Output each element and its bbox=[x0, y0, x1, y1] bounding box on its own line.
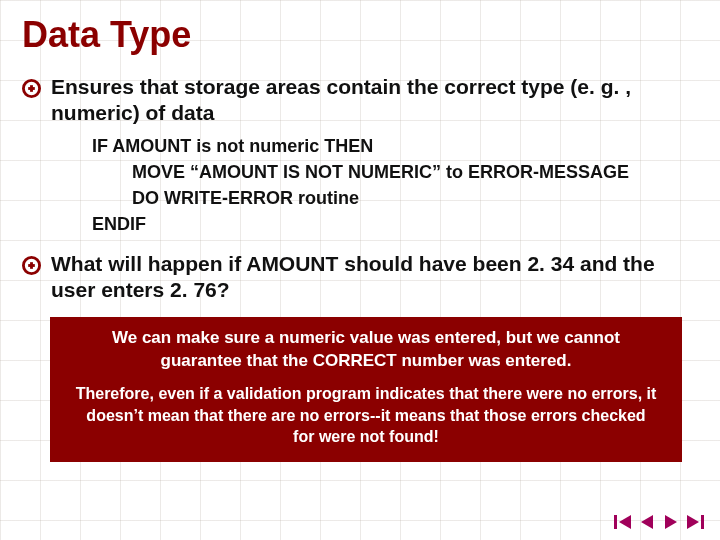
callout-paragraph: Therefore, even if a validation program … bbox=[74, 383, 658, 448]
svg-marker-10 bbox=[687, 515, 699, 529]
slide-nav bbox=[612, 512, 706, 532]
code-line: DO WRITE-ERROR routine bbox=[92, 185, 700, 211]
nav-last-button[interactable] bbox=[684, 512, 706, 532]
nav-first-button[interactable] bbox=[612, 512, 634, 532]
pseudocode-block: IF AMOUNT is not numeric THEN MOVE “AMOU… bbox=[92, 133, 700, 237]
svg-rect-11 bbox=[701, 515, 704, 529]
bullet-item: Ensures that storage areas contain the c… bbox=[22, 74, 700, 127]
svg-marker-8 bbox=[641, 515, 653, 529]
callout-paragraph: We can make sure a numeric value was ent… bbox=[74, 327, 658, 373]
svg-rect-6 bbox=[614, 515, 617, 529]
bullet-text: Ensures that storage areas contain the c… bbox=[51, 74, 700, 127]
bullet-item: What will happen if AMOUNT should have b… bbox=[22, 251, 700, 304]
callout-box: We can make sure a numeric value was ent… bbox=[50, 317, 682, 462]
slide: Data Type Ensures that storage areas con… bbox=[0, 0, 720, 540]
nav-next-button[interactable] bbox=[660, 512, 682, 532]
bullet-text: What will happen if AMOUNT should have b… bbox=[51, 251, 700, 304]
code-line: IF AMOUNT is not numeric THEN bbox=[92, 133, 700, 159]
svg-marker-9 bbox=[665, 515, 677, 529]
svg-marker-7 bbox=[619, 515, 631, 529]
bullet-icon bbox=[22, 79, 41, 98]
nav-prev-button[interactable] bbox=[636, 512, 658, 532]
slide-title: Data Type bbox=[22, 14, 700, 56]
code-line: MOVE “AMOUNT IS NOT NUMERIC” to ERROR-ME… bbox=[92, 159, 700, 185]
code-line: ENDIF bbox=[92, 211, 700, 237]
bullet-icon bbox=[22, 256, 41, 275]
